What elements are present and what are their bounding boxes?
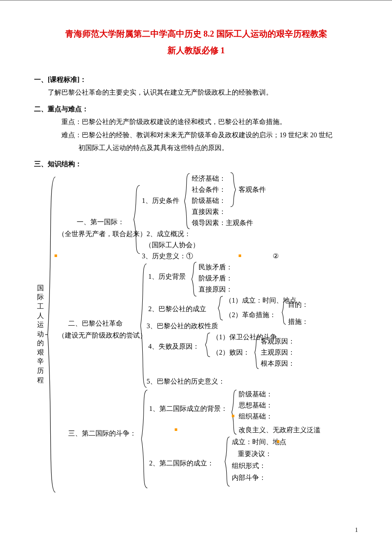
outline-n2-2b1: 目的： xyxy=(288,299,308,311)
outline-n1-3: 3、历史意义：① xyxy=(142,250,193,263)
orange-dot-icon xyxy=(232,415,234,417)
brace-n3-2 xyxy=(224,437,231,486)
outline-n2-title2: （建设无产阶级政权的尝试） xyxy=(58,329,147,342)
outline-n2-3: 3、巴黎公社的政权性质 xyxy=(147,320,218,332)
outline-n1-title: 一、第一国际： xyxy=(77,216,124,228)
outline-vertical-label: 国际工人运动的艰辛历程 xyxy=(37,283,44,385)
orange-dot-icon xyxy=(239,254,241,257)
outline-n3-1c: 组织基础： xyxy=(239,410,273,423)
section-2-line2: 难点：巴黎公社的经验、教训和对未来无产阶级革命及政权建设的启示；19 世纪末 2… xyxy=(34,129,358,142)
outline-n1-1e: 领导因素：主观条件 xyxy=(192,217,253,229)
page-number: 1 xyxy=(355,527,358,534)
outline-n1-2a: （国际工人协会） xyxy=(145,239,199,251)
outline-n3-2b: 重要决议： xyxy=(238,448,272,460)
outline-n1-1d: 直接因素： xyxy=(192,206,226,218)
outline-n3-2c: 组织形式： xyxy=(232,460,266,472)
section-2-line3: 初国际工人运动的特点及其具有这些特点的原因。 xyxy=(34,142,358,154)
outline-n2-1b: 阶级矛盾： xyxy=(199,272,233,285)
section-1-body: 了解巴黎公社革命的主要史实，认识其在建立无产阶级政权上的经验教训。 xyxy=(34,86,358,99)
outline-n2-2b: （2）革命措施： xyxy=(225,309,276,321)
outline-n3-title: 三、第二国际的斗争： xyxy=(68,427,136,440)
knowledge-outline: 国际工人运动的艰辛历程 一、第一国际： （全世界无产者，联合起来） 1、历史条件… xyxy=(34,173,358,497)
brace-n2-4 xyxy=(205,333,211,357)
outline-n3-2d: 内部斗争： xyxy=(232,472,266,484)
document-title-line1: 青海师范大学附属第二中学高中历史 8.2 国际工人运动的艰辛历程教案 xyxy=(34,26,358,41)
outline-n2-1a: 民族矛盾： xyxy=(199,261,233,274)
outline-n1-2: 2、成立概况： xyxy=(147,228,191,240)
outline-n2-4: 4、失败及原因： xyxy=(148,341,199,353)
outline-n2-4b1: 客观原因： xyxy=(261,335,295,348)
outline-n1-3b: ② xyxy=(273,250,279,263)
outline-n1-1b: 社会条件： xyxy=(192,184,226,196)
orange-dot-icon xyxy=(175,428,177,431)
outline-n2-2b2: 措施： xyxy=(288,316,308,328)
orange-dot-icon xyxy=(55,254,57,257)
outline-n3-2: 2、第二国际的成立： xyxy=(149,457,214,470)
brace-n2-1 xyxy=(191,262,198,296)
brace-n1 xyxy=(132,185,141,254)
brace-n2-2 xyxy=(217,296,224,320)
section-2-line1: 重点：巴黎公社的无产阶级政权建设的途径和模式，巴黎公社的革命措施。 xyxy=(34,116,358,128)
document-title-line2: 新人教版必修 1 xyxy=(34,45,358,56)
brace-n1-1r xyxy=(230,173,237,207)
document-page: 青海师范大学附属第二中学高中历史 8.2 国际工人运动的艰辛历程教案 新人教版必… xyxy=(0,0,392,543)
orange-dot-icon xyxy=(277,440,280,443)
outline-n2-4b: （2）败因： xyxy=(212,347,250,359)
outline-n2-4b2: 主观原因： xyxy=(261,347,295,359)
outline-n3-1b: 思想基础： xyxy=(239,399,273,412)
brace-n3 xyxy=(140,390,149,488)
brace-n1-1 xyxy=(183,173,191,229)
outline-n3-1d: 改良主义、无政府主义泛滥 xyxy=(239,424,320,436)
brace-n2-4b xyxy=(254,336,260,369)
outline-n2-title1: 二、巴黎公社革命 xyxy=(68,318,123,330)
outline-n1-1r: 客观条件 xyxy=(239,184,266,196)
outline-n2-2: 2、巴黎公社的成立 xyxy=(148,303,206,315)
section-2-heading: 二、重点与难点： xyxy=(34,103,358,116)
brace-main xyxy=(45,177,58,492)
outline-n3-1a: 阶级基础： xyxy=(239,388,273,401)
outline-n2-4b3: 根本原因： xyxy=(261,358,295,370)
outline-n2-1: 1、历史背景 xyxy=(148,271,186,283)
outline-n2-5: 5、巴黎公社的历史意义： xyxy=(147,375,225,388)
outline-n2-1c: 直接原因： xyxy=(199,283,233,296)
brace-n2-2b xyxy=(281,300,287,324)
outline-n3-1: 1、第二国际成立的背景： xyxy=(149,403,228,415)
outline-n1-1a: 经济基础： xyxy=(192,173,226,185)
section-1-heading: 一、[课程标准]： xyxy=(34,73,358,86)
outline-n1-1c: 阶级基础： xyxy=(192,195,226,207)
brace-n3-1 xyxy=(231,390,238,434)
section-3-heading: 三、知识结构： xyxy=(34,158,358,170)
outline-n1-1: 1、历史条件 xyxy=(142,195,179,207)
